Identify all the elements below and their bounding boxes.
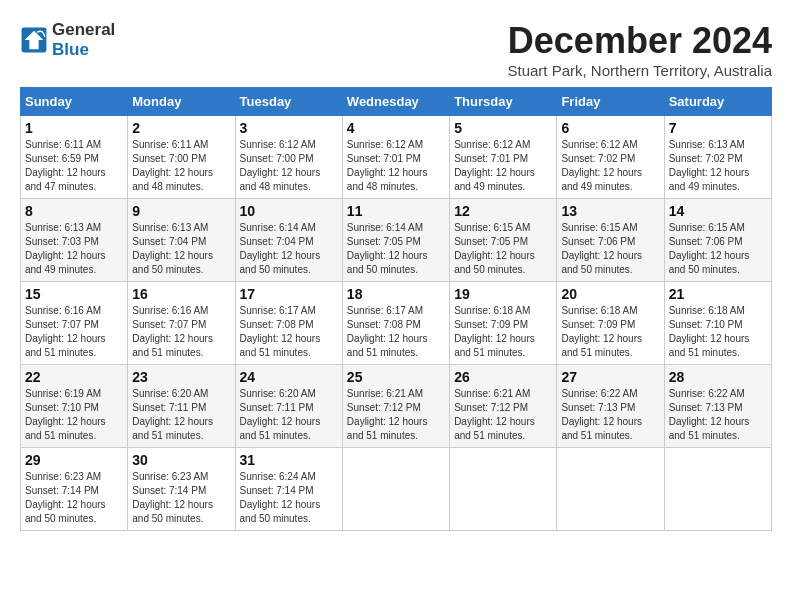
day-info: Sunrise: 6:22 AMSunset: 7:13 PMDaylight:… bbox=[561, 387, 659, 443]
calendar-cell: 24Sunrise: 6:20 AMSunset: 7:11 PMDayligh… bbox=[235, 365, 342, 448]
day-number: 31 bbox=[240, 452, 338, 468]
day-number: 11 bbox=[347, 203, 445, 219]
day-number: 9 bbox=[132, 203, 230, 219]
calendar-cell: 18Sunrise: 6:17 AMSunset: 7:08 PMDayligh… bbox=[342, 282, 449, 365]
day-info: Sunrise: 6:14 AMSunset: 7:04 PMDaylight:… bbox=[240, 221, 338, 277]
header: General Blue December 2024 Stuart Park, … bbox=[20, 20, 772, 79]
day-info: Sunrise: 6:24 AMSunset: 7:14 PMDaylight:… bbox=[240, 470, 338, 526]
day-info: Sunrise: 6:13 AMSunset: 7:04 PMDaylight:… bbox=[132, 221, 230, 277]
day-number: 17 bbox=[240, 286, 338, 302]
day-number: 27 bbox=[561, 369, 659, 385]
day-header-friday: Friday bbox=[557, 88, 664, 116]
day-info: Sunrise: 6:21 AMSunset: 7:12 PMDaylight:… bbox=[347, 387, 445, 443]
calendar-week-3: 15Sunrise: 6:16 AMSunset: 7:07 PMDayligh… bbox=[21, 282, 772, 365]
days-header-row: SundayMondayTuesdayWednesdayThursdayFrid… bbox=[21, 88, 772, 116]
day-info: Sunrise: 6:16 AMSunset: 7:07 PMDaylight:… bbox=[25, 304, 123, 360]
day-number: 20 bbox=[561, 286, 659, 302]
day-number: 6 bbox=[561, 120, 659, 136]
calendar-cell: 29Sunrise: 6:23 AMSunset: 7:14 PMDayligh… bbox=[21, 448, 128, 531]
title-area: December 2024 Stuart Park, Northern Terr… bbox=[507, 20, 772, 79]
day-number: 3 bbox=[240, 120, 338, 136]
day-number: 1 bbox=[25, 120, 123, 136]
day-info: Sunrise: 6:15 AMSunset: 7:06 PMDaylight:… bbox=[669, 221, 767, 277]
calendar-cell: 7Sunrise: 6:13 AMSunset: 7:02 PMDaylight… bbox=[664, 116, 771, 199]
calendar-week-2: 8Sunrise: 6:13 AMSunset: 7:03 PMDaylight… bbox=[21, 199, 772, 282]
day-info: Sunrise: 6:15 AMSunset: 7:05 PMDaylight:… bbox=[454, 221, 552, 277]
calendar-cell: 16Sunrise: 6:16 AMSunset: 7:07 PMDayligh… bbox=[128, 282, 235, 365]
logo-text: General Blue bbox=[52, 20, 115, 60]
day-info: Sunrise: 6:18 AMSunset: 7:09 PMDaylight:… bbox=[454, 304, 552, 360]
day-number: 14 bbox=[669, 203, 767, 219]
day-number: 16 bbox=[132, 286, 230, 302]
month-title: December 2024 bbox=[507, 20, 772, 62]
day-number: 15 bbox=[25, 286, 123, 302]
day-number: 2 bbox=[132, 120, 230, 136]
day-info: Sunrise: 6:19 AMSunset: 7:10 PMDaylight:… bbox=[25, 387, 123, 443]
day-info: Sunrise: 6:20 AMSunset: 7:11 PMDaylight:… bbox=[240, 387, 338, 443]
day-info: Sunrise: 6:16 AMSunset: 7:07 PMDaylight:… bbox=[132, 304, 230, 360]
day-info: Sunrise: 6:13 AMSunset: 7:03 PMDaylight:… bbox=[25, 221, 123, 277]
day-number: 29 bbox=[25, 452, 123, 468]
day-number: 24 bbox=[240, 369, 338, 385]
day-number: 18 bbox=[347, 286, 445, 302]
day-info: Sunrise: 6:23 AMSunset: 7:14 PMDaylight:… bbox=[132, 470, 230, 526]
calendar-cell bbox=[342, 448, 449, 531]
day-number: 26 bbox=[454, 369, 552, 385]
day-number: 12 bbox=[454, 203, 552, 219]
day-info: Sunrise: 6:13 AMSunset: 7:02 PMDaylight:… bbox=[669, 138, 767, 194]
calendar-week-4: 22Sunrise: 6:19 AMSunset: 7:10 PMDayligh… bbox=[21, 365, 772, 448]
logo-icon bbox=[20, 26, 48, 54]
day-header-saturday: Saturday bbox=[664, 88, 771, 116]
day-info: Sunrise: 6:20 AMSunset: 7:11 PMDaylight:… bbox=[132, 387, 230, 443]
calendar-cell: 19Sunrise: 6:18 AMSunset: 7:09 PMDayligh… bbox=[450, 282, 557, 365]
calendar-cell: 20Sunrise: 6:18 AMSunset: 7:09 PMDayligh… bbox=[557, 282, 664, 365]
calendar-cell: 10Sunrise: 6:14 AMSunset: 7:04 PMDayligh… bbox=[235, 199, 342, 282]
calendar-cell: 6Sunrise: 6:12 AMSunset: 7:02 PMDaylight… bbox=[557, 116, 664, 199]
day-info: Sunrise: 6:12 AMSunset: 7:01 PMDaylight:… bbox=[347, 138, 445, 194]
day-number: 10 bbox=[240, 203, 338, 219]
day-header-tuesday: Tuesday bbox=[235, 88, 342, 116]
day-info: Sunrise: 6:17 AMSunset: 7:08 PMDaylight:… bbox=[240, 304, 338, 360]
calendar-cell: 5Sunrise: 6:12 AMSunset: 7:01 PMDaylight… bbox=[450, 116, 557, 199]
day-number: 7 bbox=[669, 120, 767, 136]
logo: General Blue bbox=[20, 20, 115, 60]
calendar-cell: 12Sunrise: 6:15 AMSunset: 7:05 PMDayligh… bbox=[450, 199, 557, 282]
day-info: Sunrise: 6:12 AMSunset: 7:02 PMDaylight:… bbox=[561, 138, 659, 194]
calendar-cell: 22Sunrise: 6:19 AMSunset: 7:10 PMDayligh… bbox=[21, 365, 128, 448]
day-number: 5 bbox=[454, 120, 552, 136]
calendar-cell: 30Sunrise: 6:23 AMSunset: 7:14 PMDayligh… bbox=[128, 448, 235, 531]
day-header-thursday: Thursday bbox=[450, 88, 557, 116]
calendar-cell: 9Sunrise: 6:13 AMSunset: 7:04 PMDaylight… bbox=[128, 199, 235, 282]
calendar-cell bbox=[664, 448, 771, 531]
calendar-cell: 28Sunrise: 6:22 AMSunset: 7:13 PMDayligh… bbox=[664, 365, 771, 448]
day-number: 13 bbox=[561, 203, 659, 219]
calendar-cell: 13Sunrise: 6:15 AMSunset: 7:06 PMDayligh… bbox=[557, 199, 664, 282]
day-info: Sunrise: 6:21 AMSunset: 7:12 PMDaylight:… bbox=[454, 387, 552, 443]
day-info: Sunrise: 6:12 AMSunset: 7:01 PMDaylight:… bbox=[454, 138, 552, 194]
day-header-monday: Monday bbox=[128, 88, 235, 116]
calendar-cell: 2Sunrise: 6:11 AMSunset: 7:00 PMDaylight… bbox=[128, 116, 235, 199]
calendar-cell bbox=[557, 448, 664, 531]
day-number: 4 bbox=[347, 120, 445, 136]
calendar-cell: 8Sunrise: 6:13 AMSunset: 7:03 PMDaylight… bbox=[21, 199, 128, 282]
day-info: Sunrise: 6:11 AMSunset: 6:59 PMDaylight:… bbox=[25, 138, 123, 194]
calendar-cell: 27Sunrise: 6:22 AMSunset: 7:13 PMDayligh… bbox=[557, 365, 664, 448]
day-number: 8 bbox=[25, 203, 123, 219]
calendar-table: SundayMondayTuesdayWednesdayThursdayFrid… bbox=[20, 87, 772, 531]
calendar-cell: 25Sunrise: 6:21 AMSunset: 7:12 PMDayligh… bbox=[342, 365, 449, 448]
day-header-sunday: Sunday bbox=[21, 88, 128, 116]
calendar-cell: 26Sunrise: 6:21 AMSunset: 7:12 PMDayligh… bbox=[450, 365, 557, 448]
location-title: Stuart Park, Northern Territory, Austral… bbox=[507, 62, 772, 79]
calendar-week-1: 1Sunrise: 6:11 AMSunset: 6:59 PMDaylight… bbox=[21, 116, 772, 199]
calendar-cell: 11Sunrise: 6:14 AMSunset: 7:05 PMDayligh… bbox=[342, 199, 449, 282]
day-info: Sunrise: 6:23 AMSunset: 7:14 PMDaylight:… bbox=[25, 470, 123, 526]
day-number: 21 bbox=[669, 286, 767, 302]
day-info: Sunrise: 6:17 AMSunset: 7:08 PMDaylight:… bbox=[347, 304, 445, 360]
calendar-cell: 15Sunrise: 6:16 AMSunset: 7:07 PMDayligh… bbox=[21, 282, 128, 365]
calendar-cell: 1Sunrise: 6:11 AMSunset: 6:59 PMDaylight… bbox=[21, 116, 128, 199]
day-info: Sunrise: 6:22 AMSunset: 7:13 PMDaylight:… bbox=[669, 387, 767, 443]
calendar-cell: 17Sunrise: 6:17 AMSunset: 7:08 PMDayligh… bbox=[235, 282, 342, 365]
day-header-wednesday: Wednesday bbox=[342, 88, 449, 116]
calendar-cell: 31Sunrise: 6:24 AMSunset: 7:14 PMDayligh… bbox=[235, 448, 342, 531]
day-info: Sunrise: 6:14 AMSunset: 7:05 PMDaylight:… bbox=[347, 221, 445, 277]
